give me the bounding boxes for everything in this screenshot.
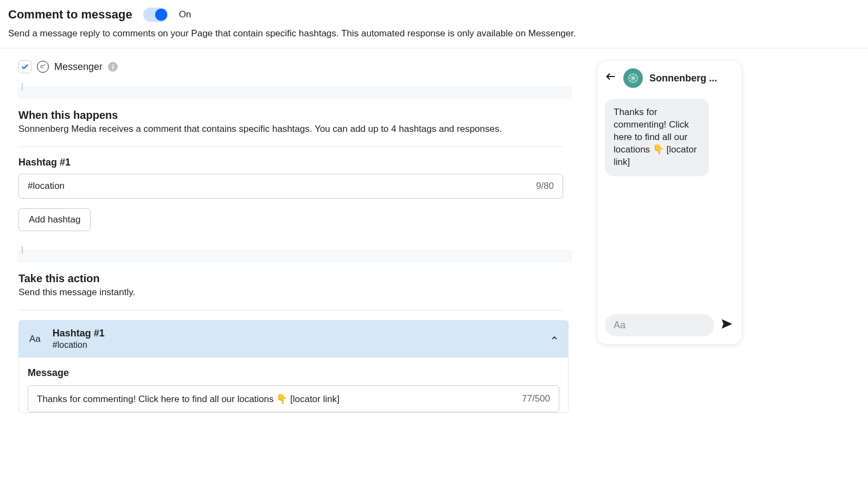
message-input[interactable] [37,393,522,404]
hashtag-input[interactable] [28,181,536,192]
message-char-count: 77/500 [522,393,550,404]
chevron-up-icon [550,334,559,345]
compose-input[interactable]: Aa [605,314,714,336]
platform-label: Messenger [54,61,103,73]
action-card-subtitle: #location [53,340,105,350]
hashtag-action-card[interactable]: Aa Hashtag #1 #location [18,320,569,358]
hashtag-field-label: Hashtag #1 [18,157,575,168]
back-arrow-icon[interactable] [605,71,617,86]
info-icon[interactable]: i [108,62,118,72]
feature-toggle[interactable] [143,8,168,22]
preview-title: Sonnenberg ... [649,73,717,84]
action-card-title: Hashtag #1 [53,328,105,339]
text-icon: Aa [29,334,41,345]
messenger-icon [37,61,49,73]
avatar [623,68,643,88]
send-icon[interactable] [720,317,734,333]
toggle-state-label: On [179,9,192,20]
action-section-description: Send this message instantly. [18,287,563,298]
message-input-wrap[interactable]: 77/500 [28,385,559,412]
add-hashtag-button[interactable]: Add hashtag [18,208,91,231]
preview-message-bubble: Thanks for commenting! Click here to fin… [605,99,709,176]
action-section-title: Take this action [18,272,563,285]
when-section-description: Sonnenberg Media receives a comment that… [18,124,563,135]
hashtag-input-wrap[interactable]: 9/80 [18,174,563,199]
messenger-checkbox[interactable] [18,60,31,73]
hashtag-char-count: 9/80 [536,181,554,192]
message-field-label: Message [28,367,559,379]
preview-phone: Sonnenberg ... Thanks for commenting! Cl… [597,60,742,345]
page-description: Send a message reply to comments on your… [8,28,860,39]
page-title: Comment to message [8,8,132,22]
when-section-title: When this happens [18,109,563,122]
